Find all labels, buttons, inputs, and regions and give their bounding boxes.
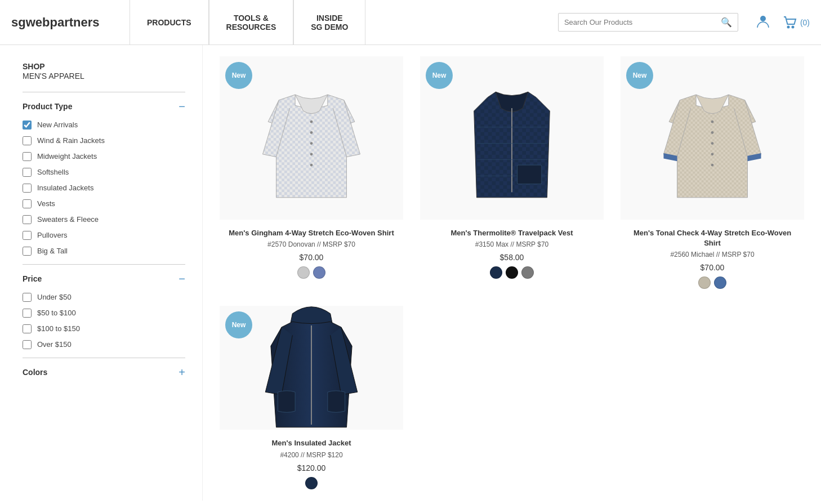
svg-point-10 <box>310 164 313 167</box>
filter-pullovers-checkbox[interactable] <box>23 231 32 240</box>
product-type-section-header[interactable]: Product Type − <box>23 101 185 112</box>
product-sku-p3: #2560 Michael // MSRP $70 <box>626 251 798 258</box>
filter-new-arrivals[interactable]: New Arrivals <box>23 121 185 130</box>
cart-icon[interactable]: (0) <box>782 15 810 30</box>
filter-100to150-checkbox[interactable] <box>23 324 32 333</box>
logo-bold: sg <box>11 15 26 29</box>
user-icon[interactable] <box>755 13 771 32</box>
product-info-p4: Men's Insulated Jacket #4200 // MSRP $12… <box>266 438 356 489</box>
swatch-p4-1[interactable] <box>305 477 318 489</box>
products-grid: New <box>220 56 804 489</box>
filter-insulated[interactable]: Insulated Jackets <box>23 184 185 193</box>
filter-midweight-checkbox[interactable] <box>23 152 32 161</box>
filter-new-arrivals-label: New Arrivals <box>37 121 78 129</box>
filter-vests[interactable]: Vests <box>23 199 185 208</box>
filter-midweight[interactable]: Midweight Jackets <box>23 152 185 161</box>
swatch-p3-1[interactable] <box>698 276 711 289</box>
product-type-title: Product Type <box>23 102 72 111</box>
product-swatches-p2 <box>450 266 573 279</box>
svg-point-6 <box>310 121 313 123</box>
price-collapse-btn[interactable]: − <box>179 273 185 284</box>
filter-wind-rain-checkbox[interactable] <box>23 136 32 145</box>
price-title: Price <box>23 274 42 283</box>
colors-title: Colors <box>23 368 47 377</box>
filter-over150[interactable]: Over $150 <box>23 340 185 349</box>
product-price-p3: $70.00 <box>626 263 798 272</box>
nav-inside[interactable]: INSIDE SG DEMO <box>293 0 365 44</box>
filter-sweaters-label: Sweaters & Fleece <box>37 215 99 224</box>
svg-point-24 <box>711 131 714 134</box>
product-name-p3: Men's Tonal Check 4-Way Stretch Eco-Wove… <box>626 228 798 248</box>
filter-big-tall[interactable]: Big & Tall <box>23 247 185 256</box>
product-card-p3[interactable]: New <box>621 56 804 289</box>
main-nav: PRODUCTS TOOLS & RESOURCES INSIDE SG DEM… <box>130 0 547 44</box>
filter-over150-checkbox[interactable] <box>23 340 32 349</box>
filter-50to100-checkbox[interactable] <box>23 309 32 318</box>
svg-point-23 <box>711 121 714 123</box>
filter-sweaters-checkbox[interactable] <box>23 215 32 224</box>
search-button[interactable]: 🔍 <box>721 17 732 28</box>
swatch-p1-1[interactable] <box>297 266 310 279</box>
product-sku-p4: #4200 // MSRP $120 <box>271 451 351 459</box>
product-info-p2: Men's Thermolite® Travelpack Vest #3150 … <box>445 228 578 279</box>
sidebar-divider-1 <box>23 92 185 92</box>
product-type-collapse-btn[interactable]: − <box>179 101 185 112</box>
filter-vests-checkbox[interactable] <box>23 199 32 208</box>
new-badge-p2: New <box>426 62 453 89</box>
filter-wind-rain[interactable]: Wind & Rain Jackets <box>23 136 185 145</box>
search-bar: 🔍 <box>558 13 738 32</box>
filter-pullovers[interactable]: Pullovers <box>23 231 185 240</box>
svg-point-9 <box>310 153 313 155</box>
product-image-p3: New <box>621 56 804 220</box>
filter-softshells-checkbox[interactable] <box>23 168 32 177</box>
svg-point-26 <box>711 153 714 155</box>
nav-products[interactable]: PRODUCTS <box>130 0 209 44</box>
svg-point-2 <box>792 26 793 28</box>
swatch-p1-2[interactable] <box>313 266 325 279</box>
filter-insulated-checkbox[interactable] <box>23 184 32 193</box>
product-info-p3: Men's Tonal Check 4-Way Stretch Eco-Wove… <box>621 228 804 289</box>
product-info-p1: Men's Gingham 4-Way Stretch Eco-Woven Sh… <box>223 228 399 279</box>
filter-50to100[interactable]: $50 to $100 <box>23 309 185 318</box>
filter-new-arrivals-checkbox[interactable] <box>23 121 32 130</box>
swatch-p2-3[interactable] <box>521 266 534 279</box>
filter-50to100-label: $50 to $100 <box>37 309 76 317</box>
filter-softshells[interactable]: Softshells <box>23 168 185 177</box>
product-image-p2: New <box>420 56 604 220</box>
filter-big-tall-checkbox[interactable] <box>23 247 32 256</box>
product-name-p1: Men's Gingham 4-Way Stretch Eco-Woven Sh… <box>229 228 394 238</box>
search-input[interactable] <box>564 18 721 26</box>
product-type-filters: New Arrivals Wind & Rain Jackets Midweig… <box>23 121 185 256</box>
product-card-p4[interactable]: New <box>220 306 403 489</box>
product-image-p4: New <box>220 306 403 430</box>
site-logo[interactable]: sgwebpartners <box>11 15 113 30</box>
filter-under50-label: Under $50 <box>37 293 72 301</box>
product-image-p1: New <box>220 56 403 220</box>
swatch-p2-1[interactable] <box>490 266 502 279</box>
price-section-header[interactable]: Price − <box>23 273 185 284</box>
product-card-p2[interactable]: New <box>420 56 604 289</box>
colors-expand-btn[interactable]: + <box>179 367 185 378</box>
new-badge-p1: New <box>225 62 252 89</box>
product-card-p1[interactable]: New <box>220 56 403 289</box>
logo-regular: webpartners <box>26 15 100 29</box>
filter-100to150[interactable]: $100 to $150 <box>23 324 185 333</box>
colors-section-header[interactable]: Colors + <box>23 367 185 378</box>
filter-sweaters[interactable]: Sweaters & Fleece <box>23 215 185 224</box>
nav-tools[interactable]: TOOLS & RESOURCES <box>209 0 294 44</box>
svg-point-7 <box>310 131 313 134</box>
filter-vests-label: Vests <box>37 199 55 208</box>
swatch-p3-2[interactable] <box>714 276 726 289</box>
new-badge-p4: New <box>225 311 252 338</box>
filter-under50[interactable]: Under $50 <box>23 293 185 302</box>
swatch-p2-2[interactable] <box>506 266 518 279</box>
filter-under50-checkbox[interactable] <box>23 293 32 302</box>
svg-point-0 <box>760 16 766 21</box>
main-content: SHOP MEN'S APPAREL Product Type − New Ar… <box>0 45 821 501</box>
filter-big-tall-label: Big & Tall <box>37 247 68 255</box>
shop-label: SHOP <box>23 62 185 72</box>
svg-rect-19 <box>517 165 542 184</box>
product-price-p2: $58.00 <box>450 253 573 262</box>
price-filters: Under $50 $50 to $100 $100 to $150 Over … <box>23 293 185 349</box>
svg-point-27 <box>711 164 714 167</box>
